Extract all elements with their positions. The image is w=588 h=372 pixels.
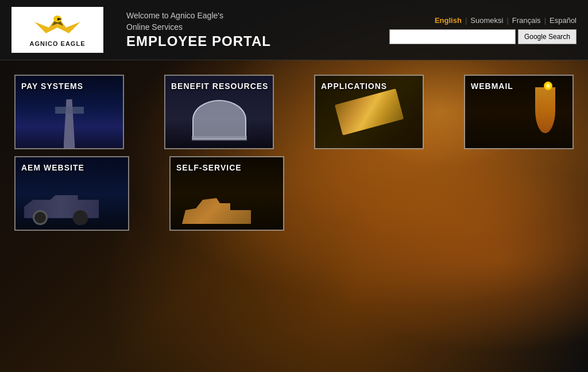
header-right: English | Suomeksi | Français | Español … (389, 16, 577, 44)
logo-area: AGNICO EAGLE (11, 7, 103, 53)
lang-espanol[interactable]: Español (550, 16, 577, 25)
welcome-text: Welcome to Agnico Eagle's Online Service… (126, 10, 271, 33)
search-input[interactable] (389, 29, 516, 44)
webmail-card[interactable]: WEBMAIL (464, 75, 574, 149)
pay-systems-card[interactable]: PAY SYSTEMS (14, 75, 124, 149)
header-title: Welcome to Agnico Eagle's Online Service… (126, 10, 271, 49)
pay-systems-label: PAY SYSTEMS (21, 82, 83, 91)
search-bar: Google Search (389, 29, 577, 44)
portal-cards-grid: PAY SYSTEMS BENEFIT RESOURCES APPLICATIO… (0, 60, 588, 245)
benefit-resources-card[interactable]: BENEFIT RESOURCES (164, 75, 274, 149)
self-service-label: SELF-SERVICE (176, 163, 242, 172)
applications-label: APPLICATIONS (321, 82, 387, 91)
google-search-button[interactable]: Google Search (518, 29, 577, 44)
eagle-logo-svg (29, 13, 86, 39)
benefit-resources-label: BENEFIT RESOURCES (171, 82, 268, 91)
language-bar: English | Suomeksi | Français | Español (435, 16, 577, 25)
logo-box: AGNICO EAGLE (11, 7, 103, 53)
self-service-card[interactable]: SELF-SERVICE (169, 156, 284, 231)
cards-row-1: PAY SYSTEMS BENEFIT RESOURCES APPLICATIO… (14, 75, 574, 149)
webmail-label: WEBMAIL (471, 82, 513, 91)
lang-suomeksi[interactable]: Suomeksi (470, 16, 503, 25)
applications-card[interactable]: APPLICATIONS (314, 75, 424, 149)
company-name-logo: AGNICO EAGLE (30, 40, 86, 47)
cards-row-2: AEM WEBSITE SELF-SERVICE (14, 156, 574, 231)
header: AGNICO EAGLE Welcome to Agnico Eagle's O… (0, 0, 588, 60)
aem-label: AEM WEBSITE (21, 163, 84, 172)
lang-english[interactable]: English (435, 16, 462, 25)
aem-website-card[interactable]: AEM WEBSITE (14, 156, 129, 231)
portal-title: EMPLOYEE PORTAL (126, 33, 271, 49)
lang-francais[interactable]: Français (512, 16, 541, 25)
